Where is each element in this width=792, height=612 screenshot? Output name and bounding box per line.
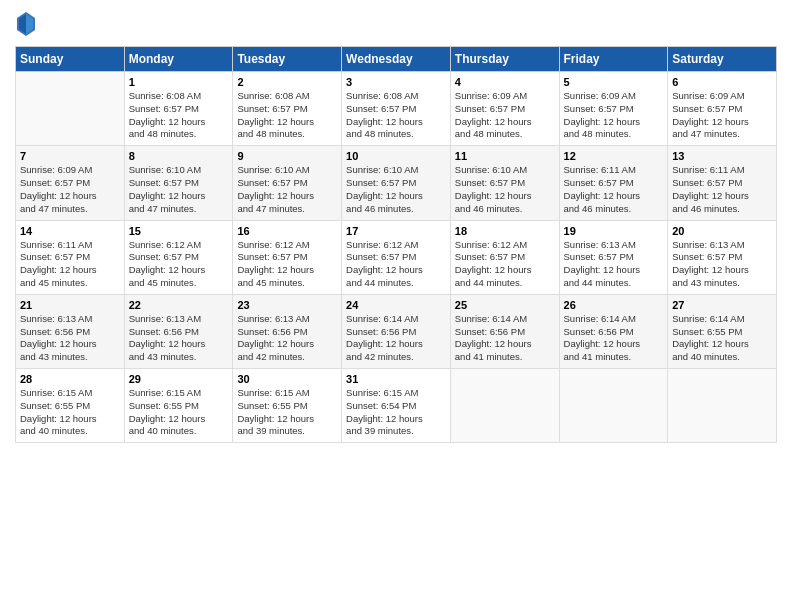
day-info: Sunrise: 6:14 AM Sunset: 6:56 PM Dayligh… [455,313,555,364]
day-number: 12 [564,150,664,162]
day-cell: 9Sunrise: 6:10 AM Sunset: 6:57 PM Daylig… [233,146,342,220]
day-number: 16 [237,225,337,237]
day-cell: 4Sunrise: 6:09 AM Sunset: 6:57 PM Daylig… [450,72,559,146]
day-number: 3 [346,76,446,88]
day-number: 30 [237,373,337,385]
day-info: Sunrise: 6:12 AM Sunset: 6:57 PM Dayligh… [129,239,229,290]
day-info: Sunrise: 6:08 AM Sunset: 6:57 PM Dayligh… [237,90,337,141]
day-cell: 3Sunrise: 6:08 AM Sunset: 6:57 PM Daylig… [342,72,451,146]
day-cell: 13Sunrise: 6:11 AM Sunset: 6:57 PM Dayli… [668,146,777,220]
day-number: 14 [20,225,120,237]
col-header-thursday: Thursday [450,47,559,72]
day-cell: 6Sunrise: 6:09 AM Sunset: 6:57 PM Daylig… [668,72,777,146]
day-info: Sunrise: 6:12 AM Sunset: 6:57 PM Dayligh… [237,239,337,290]
day-number: 2 [237,76,337,88]
day-number: 24 [346,299,446,311]
day-info: Sunrise: 6:10 AM Sunset: 6:57 PM Dayligh… [129,164,229,215]
day-cell [559,369,668,443]
day-info: Sunrise: 6:09 AM Sunset: 6:57 PM Dayligh… [20,164,120,215]
day-number: 17 [346,225,446,237]
day-number: 26 [564,299,664,311]
day-info: Sunrise: 6:11 AM Sunset: 6:57 PM Dayligh… [672,164,772,215]
day-number: 7 [20,150,120,162]
day-cell: 28Sunrise: 6:15 AM Sunset: 6:55 PM Dayli… [16,369,125,443]
week-row-5: 28Sunrise: 6:15 AM Sunset: 6:55 PM Dayli… [16,369,777,443]
day-info: Sunrise: 6:14 AM Sunset: 6:56 PM Dayligh… [346,313,446,364]
day-info: Sunrise: 6:10 AM Sunset: 6:57 PM Dayligh… [455,164,555,215]
day-info: Sunrise: 6:13 AM Sunset: 6:57 PM Dayligh… [672,239,772,290]
day-cell: 20Sunrise: 6:13 AM Sunset: 6:57 PM Dayli… [668,220,777,294]
day-number: 9 [237,150,337,162]
day-number: 20 [672,225,772,237]
day-info: Sunrise: 6:10 AM Sunset: 6:57 PM Dayligh… [346,164,446,215]
day-cell: 1Sunrise: 6:08 AM Sunset: 6:57 PM Daylig… [124,72,233,146]
day-cell [450,369,559,443]
day-cell: 5Sunrise: 6:09 AM Sunset: 6:57 PM Daylig… [559,72,668,146]
day-info: Sunrise: 6:15 AM Sunset: 6:54 PM Dayligh… [346,387,446,438]
col-header-wednesday: Wednesday [342,47,451,72]
day-number: 18 [455,225,555,237]
logo-icon [15,10,37,38]
day-cell: 15Sunrise: 6:12 AM Sunset: 6:57 PM Dayli… [124,220,233,294]
week-row-2: 7Sunrise: 6:09 AM Sunset: 6:57 PM Daylig… [16,146,777,220]
day-cell: 30Sunrise: 6:15 AM Sunset: 6:55 PM Dayli… [233,369,342,443]
day-number: 10 [346,150,446,162]
day-number: 28 [20,373,120,385]
day-info: Sunrise: 6:13 AM Sunset: 6:57 PM Dayligh… [564,239,664,290]
day-number: 22 [129,299,229,311]
day-info: Sunrise: 6:15 AM Sunset: 6:55 PM Dayligh… [129,387,229,438]
day-info: Sunrise: 6:13 AM Sunset: 6:56 PM Dayligh… [129,313,229,364]
week-row-3: 14Sunrise: 6:11 AM Sunset: 6:57 PM Dayli… [16,220,777,294]
day-cell: 18Sunrise: 6:12 AM Sunset: 6:57 PM Dayli… [450,220,559,294]
col-header-saturday: Saturday [668,47,777,72]
day-info: Sunrise: 6:12 AM Sunset: 6:57 PM Dayligh… [455,239,555,290]
day-info: Sunrise: 6:12 AM Sunset: 6:57 PM Dayligh… [346,239,446,290]
day-info: Sunrise: 6:09 AM Sunset: 6:57 PM Dayligh… [564,90,664,141]
day-number: 4 [455,76,555,88]
day-cell: 23Sunrise: 6:13 AM Sunset: 6:56 PM Dayli… [233,294,342,368]
day-cell: 22Sunrise: 6:13 AM Sunset: 6:56 PM Dayli… [124,294,233,368]
day-number: 6 [672,76,772,88]
day-number: 15 [129,225,229,237]
day-cell: 17Sunrise: 6:12 AM Sunset: 6:57 PM Dayli… [342,220,451,294]
day-info: Sunrise: 6:08 AM Sunset: 6:57 PM Dayligh… [129,90,229,141]
day-cell: 24Sunrise: 6:14 AM Sunset: 6:56 PM Dayli… [342,294,451,368]
week-row-4: 21Sunrise: 6:13 AM Sunset: 6:56 PM Dayli… [16,294,777,368]
day-cell: 25Sunrise: 6:14 AM Sunset: 6:56 PM Dayli… [450,294,559,368]
day-info: Sunrise: 6:11 AM Sunset: 6:57 PM Dayligh… [20,239,120,290]
day-number: 31 [346,373,446,385]
day-cell: 7Sunrise: 6:09 AM Sunset: 6:57 PM Daylig… [16,146,125,220]
day-cell: 12Sunrise: 6:11 AM Sunset: 6:57 PM Dayli… [559,146,668,220]
day-info: Sunrise: 6:09 AM Sunset: 6:57 PM Dayligh… [455,90,555,141]
day-info: Sunrise: 6:15 AM Sunset: 6:55 PM Dayligh… [20,387,120,438]
day-cell: 2Sunrise: 6:08 AM Sunset: 6:57 PM Daylig… [233,72,342,146]
day-number: 27 [672,299,772,311]
col-header-monday: Monday [124,47,233,72]
col-header-sunday: Sunday [16,47,125,72]
day-cell: 10Sunrise: 6:10 AM Sunset: 6:57 PM Dayli… [342,146,451,220]
day-cell: 26Sunrise: 6:14 AM Sunset: 6:56 PM Dayli… [559,294,668,368]
day-info: Sunrise: 6:10 AM Sunset: 6:57 PM Dayligh… [237,164,337,215]
day-number: 29 [129,373,229,385]
header [15,10,777,38]
day-cell: 31Sunrise: 6:15 AM Sunset: 6:54 PM Dayli… [342,369,451,443]
day-cell [668,369,777,443]
day-number: 5 [564,76,664,88]
day-cell: 11Sunrise: 6:10 AM Sunset: 6:57 PM Dayli… [450,146,559,220]
day-number: 23 [237,299,337,311]
day-cell: 29Sunrise: 6:15 AM Sunset: 6:55 PM Dayli… [124,369,233,443]
day-info: Sunrise: 6:09 AM Sunset: 6:57 PM Dayligh… [672,90,772,141]
day-info: Sunrise: 6:15 AM Sunset: 6:55 PM Dayligh… [237,387,337,438]
day-number: 8 [129,150,229,162]
day-info: Sunrise: 6:13 AM Sunset: 6:56 PM Dayligh… [20,313,120,364]
day-info: Sunrise: 6:14 AM Sunset: 6:55 PM Dayligh… [672,313,772,364]
day-cell: 16Sunrise: 6:12 AM Sunset: 6:57 PM Dayli… [233,220,342,294]
page: SundayMondayTuesdayWednesdayThursdayFrid… [0,0,792,612]
day-number: 21 [20,299,120,311]
day-number: 19 [564,225,664,237]
day-info: Sunrise: 6:08 AM Sunset: 6:57 PM Dayligh… [346,90,446,141]
col-header-friday: Friday [559,47,668,72]
day-info: Sunrise: 6:13 AM Sunset: 6:56 PM Dayligh… [237,313,337,364]
day-cell: 21Sunrise: 6:13 AM Sunset: 6:56 PM Dayli… [16,294,125,368]
day-number: 13 [672,150,772,162]
